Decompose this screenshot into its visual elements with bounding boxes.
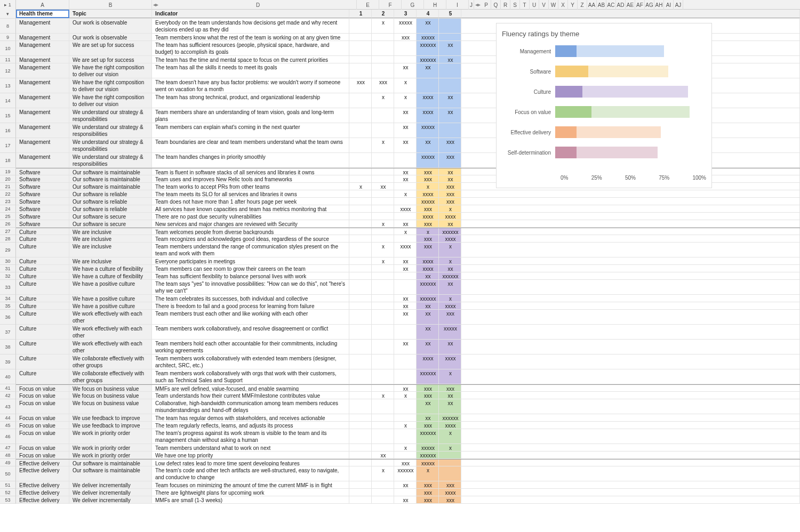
header-topic[interactable]: Topic: [69, 10, 152, 18]
col-header-j[interactable]: J: [469, 0, 474, 10]
row-header-30[interactable]: 30: [0, 257, 16, 265]
row-header-34[interactable]: 34: [0, 295, 16, 302]
cell-rating-1[interactable]: [349, 460, 372, 466]
cell-indicator[interactable]: The team has strong technical, product, …: [152, 93, 349, 108]
cell-empty[interactable]: [461, 325, 800, 339]
cell-indicator[interactable]: The team celebrates its successes, both …: [152, 295, 349, 302]
cell-theme[interactable]: Software: [16, 198, 69, 205]
cell-rating-3[interactable]: xx: [394, 340, 417, 354]
cell-rating-3[interactable]: xx: [394, 63, 417, 78]
col-header-b[interactable]: B: [69, 0, 152, 10]
cell-rating-1[interactable]: [349, 243, 372, 257]
cell-rating-2[interactable]: [372, 354, 394, 369]
cell-theme[interactable]: Effective delivery: [16, 466, 69, 481]
cell-rating-3[interactable]: [394, 489, 417, 496]
row-header-46[interactable]: 46: [0, 429, 16, 444]
cell-topic[interactable]: We work effectively with each other: [69, 325, 152, 339]
cell-indicator[interactable]: MMFs are well defined, value-focused, an…: [152, 385, 349, 391]
col-header-ah[interactable]: AH: [654, 0, 664, 10]
cell-rating-4[interactable]: xx: [417, 340, 439, 354]
cell-rating-3[interactable]: [394, 56, 417, 63]
cell-rating-3[interactable]: [394, 399, 417, 414]
col-header-q[interactable]: Q: [491, 0, 501, 10]
cell-indicator[interactable]: Team members understand the range of com…: [152, 243, 349, 257]
cell-empty[interactable]: [461, 460, 800, 466]
cell-theme[interactable]: Management: [16, 19, 69, 33]
cell-rating-4[interactable]: xxx: [417, 168, 439, 175]
cell-rating-4[interactable]: xxx: [417, 422, 439, 429]
cell-rating-5[interactable]: xxxx: [439, 422, 461, 429]
cell-topic[interactable]: Our software is maintainable: [69, 460, 152, 466]
cell-empty[interactable]: [461, 198, 800, 205]
cell-rating-1[interactable]: [349, 56, 372, 63]
cell-rating-5[interactable]: xxxx: [439, 302, 461, 309]
cell-rating-2[interactable]: [372, 280, 394, 294]
row-header-45[interactable]: 45: [0, 422, 16, 429]
cell-indicator[interactable]: Everybody on the team understands how de…: [152, 19, 349, 33]
cell-rating-2[interactable]: [372, 399, 394, 414]
cell-rating-3[interactable]: xx: [394, 123, 417, 138]
cell-rating-2[interactable]: [372, 302, 394, 309]
cell-rating-4[interactable]: xx: [417, 399, 439, 414]
cell-rating-5[interactable]: [439, 123, 461, 138]
cell-rating-5[interactable]: [439, 460, 461, 466]
cell-rating-4[interactable]: xxx: [417, 205, 439, 212]
cell-topic[interactable]: Our work is observable: [69, 19, 152, 33]
cell-theme[interactable]: Culture: [16, 265, 69, 272]
cell-indicator[interactable]: Team members work collaboratively with o…: [152, 369, 349, 384]
col-header-e[interactable]: E: [357, 0, 379, 10]
row-header-27[interactable]: 27: [0, 228, 16, 235]
cell-rating-4[interactable]: xxxxx: [417, 460, 439, 466]
cell-empty[interactable]: [461, 422, 800, 429]
row-header-50[interactable]: 50: [0, 466, 16, 481]
row-header-37[interactable]: 37: [0, 325, 16, 340]
col-header-h[interactable]: H: [424, 0, 446, 10]
cell-rating-3[interactable]: [394, 429, 417, 444]
cell-indicator[interactable]: Team uses and improves New Relic tools a…: [152, 175, 349, 182]
cell-rating-4[interactable]: x: [417, 183, 439, 190]
cell-rating-1[interactable]: [349, 168, 372, 175]
col-header-g[interactable]: G: [402, 0, 424, 10]
row-header-11[interactable]: 11: [0, 56, 16, 63]
cell-rating-2[interactable]: x: [372, 392, 394, 399]
cell-rating-3[interactable]: x: [394, 228, 417, 235]
cell-topic[interactable]: We are inclusive: [69, 235, 152, 242]
col-header-t[interactable]: T: [520, 0, 530, 10]
cell-indicator[interactable]: Collaborative, high-bandwidth communicat…: [152, 399, 349, 414]
cell-rating-3[interactable]: xx: [394, 302, 417, 309]
cell-topic[interactable]: We focus on business value: [69, 392, 152, 399]
cell-rating-5[interactable]: [439, 34, 461, 41]
cell-rating-1[interactable]: [349, 138, 372, 152]
cell-rating-5[interactable]: xx: [439, 265, 461, 272]
cell-theme[interactable]: Software: [16, 220, 69, 227]
cell-rating-4[interactable]: xxxx: [417, 190, 439, 197]
cell-rating-4[interactable]: xxxxxx: [417, 56, 439, 63]
cell-rating-1[interactable]: [349, 280, 372, 294]
col-header-ac[interactable]: AC: [606, 0, 616, 10]
cell-theme[interactable]: Software: [16, 175, 69, 182]
cell-rating-4[interactable]: xxxxx: [417, 444, 439, 451]
cell-topic[interactable]: We focus on business value: [69, 385, 152, 391]
col-header-v[interactable]: V: [539, 0, 549, 10]
cell-rating-1[interactable]: [349, 213, 372, 220]
cell-rating-1[interactable]: [349, 153, 372, 167]
cell-rating-5[interactable]: xxx: [439, 481, 461, 488]
cell-rating-5[interactable]: xxx: [439, 153, 461, 167]
cell-rating-4[interactable]: xxx: [417, 392, 439, 399]
cell-rating-3[interactable]: xx: [394, 265, 417, 272]
cell-topic[interactable]: We understand our strategy & responsibil…: [69, 108, 152, 123]
cell-rating-5[interactable]: xxxx: [439, 354, 461, 369]
cell-rating-1[interactable]: [349, 414, 372, 421]
cell-empty[interactable]: [461, 310, 800, 324]
cell-rating-3[interactable]: [394, 369, 417, 384]
cell-rating-2[interactable]: [372, 481, 394, 488]
cell-rating-4[interactable]: xxx: [417, 175, 439, 182]
cell-theme[interactable]: Focus on value: [16, 385, 69, 391]
row-col-handle[interactable]: ▸ 1: [0, 0, 16, 10]
row-header-51[interactable]: 51: [0, 481, 16, 489]
cell-theme[interactable]: Management: [16, 108, 69, 123]
row-header-53[interactable]: 53: [0, 496, 16, 504]
cell-rating-1[interactable]: [349, 310, 372, 324]
col-header-w[interactable]: W: [549, 0, 558, 10]
cell-rating-1[interactable]: [349, 452, 372, 458]
